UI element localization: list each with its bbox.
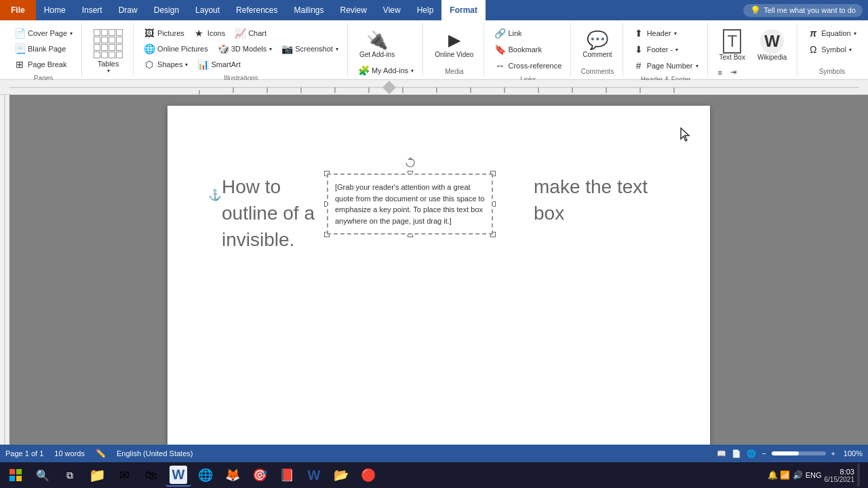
- blank-page-button[interactable]: 📃 Blank Page: [11, 41, 76, 56]
- symbol-button[interactable]: Ω Symbol ▾: [804, 42, 855, 57]
- taskbar-edge[interactable]: 🌐: [193, 464, 218, 487]
- status-right-controls: 📖 📄 🌐 − + 100%: [717, 449, 863, 458]
- online-pictures-icon: 🌐: [144, 43, 155, 54]
- system-icons[interactable]: 🔔 📶 🔊: [768, 470, 803, 480]
- illustrations-content: 🖼 Pictures ★ Icons 📈 Chart 🌐 Online Pict…: [140, 24, 342, 73]
- svg-rect-24: [16, 469, 22, 474]
- page-break-button[interactable]: ⊞ Page Break: [11, 57, 76, 72]
- tab-design[interactable]: Design: [146, 0, 187, 20]
- symbol-icon: Ω: [808, 44, 818, 55]
- print-layout-icon[interactable]: 📄: [732, 449, 741, 458]
- clock-area[interactable]: 8:03 6/15/2021: [825, 468, 855, 483]
- edge-icon: 🌐: [198, 468, 213, 483]
- taskbar-explorer[interactable]: 📁: [84, 464, 110, 487]
- taskbar-firefox[interactable]: 🦊: [220, 464, 245, 487]
- bookmark-button[interactable]: 🔖 Bookmark: [491, 42, 545, 57]
- table-button[interactable]: Tables ▾: [89, 26, 127, 77]
- pictures-button[interactable]: 🖼 Pictures: [140, 26, 188, 41]
- equation-dropdown-icon: ▾: [854, 30, 856, 37]
- taskbar-files[interactable]: 📂: [328, 464, 354, 487]
- tab-mailings[interactable]: Mailings: [285, 0, 332, 20]
- tab-insert[interactable]: Insert: [74, 0, 111, 20]
- comment-button[interactable]: 💬 Comment: [578, 26, 616, 62]
- icons-button[interactable]: ★ Icons: [191, 26, 229, 41]
- file-tab[interactable]: File: [0, 0, 36, 20]
- tab-layout[interactable]: Layout: [187, 0, 228, 20]
- link-button[interactable]: 🔗 Link: [491, 26, 525, 41]
- language-flag: ENG: [806, 471, 822, 479]
- group-links: 🔗 Link 🔖 Bookmark ↔ Cross-reference Link…: [486, 23, 571, 77]
- taskbar-word2[interactable]: W: [301, 464, 327, 487]
- online-pictures-button[interactable]: 🌐 Online Pictures: [140, 41, 212, 56]
- tab-review[interactable]: Review: [332, 0, 375, 20]
- my-addins-button[interactable]: 🧩 My Add-ins ▾: [355, 63, 417, 78]
- group-header-footer: ⬆ Header ▾ ⬇ Footer - ▾ # Page Number ▾ …: [625, 23, 708, 77]
- header-button[interactable]: ⬆ Header ▾: [630, 26, 680, 41]
- 3d-models-button[interactable]: 🎲 3D Models ▾: [214, 41, 276, 56]
- taskbar-store[interactable]: 🛍: [138, 464, 164, 487]
- zoom-in-icon[interactable]: +: [831, 449, 835, 458]
- taskbar-pdf[interactable]: 📕: [274, 464, 300, 487]
- text-box-content[interactable]: [Grab your reader's attention with a gre…: [327, 174, 493, 235]
- shapes-dropdown-icon: ▾: [185, 62, 188, 68]
- get-addins-button[interactable]: 🔌 Get Add-ins: [355, 26, 399, 62]
- task-view-button[interactable]: ⧉: [57, 464, 83, 487]
- online-video-button[interactable]: ▶ Online Video: [430, 26, 478, 62]
- pictures-icon: 🖼: [144, 28, 155, 39]
- taskbar-app6[interactable]: 🔴: [355, 464, 381, 487]
- proofing-icon[interactable]: ✏️: [96, 449, 106, 458]
- indent-button[interactable]: ⇥: [727, 66, 740, 79]
- tab-references[interactable]: References: [228, 0, 285, 20]
- comments-label: Comments: [578, 66, 616, 75]
- text-box-button[interactable]: T Text Box: [715, 26, 750, 64]
- body-text-right: make the text box: [534, 174, 656, 226]
- tab-view[interactable]: View: [375, 0, 409, 20]
- document-area[interactable]: ⚓ How to outline of a invisible. make th…: [9, 95, 868, 445]
- group-comments: 💬 Comment Comments: [572, 23, 623, 77]
- web-layout-icon[interactable]: 🌐: [747, 449, 756, 458]
- equation-button[interactable]: π Equation ▾: [804, 26, 859, 41]
- page-content-wrapper: ⚓ How to outline of a invisible. make th…: [222, 146, 656, 431]
- symbol-dropdown-icon: ▾: [849, 47, 852, 53]
- page-number-button[interactable]: # Page Number ▾: [630, 58, 702, 73]
- shapes-button[interactable]: ⬡ Shapes ▾: [140, 57, 191, 72]
- wikipedia-button[interactable]: W Wikipedia: [753, 26, 791, 64]
- word2-icon: W: [308, 468, 321, 483]
- tab-draw[interactable]: Draw: [111, 0, 146, 20]
- link-icon: 🔗: [494, 28, 505, 39]
- footer-button[interactable]: ⬇ Footer - ▾: [630, 42, 682, 57]
- rotate-handle[interactable]: [405, 157, 416, 168]
- taskbar-app5[interactable]: 🎯: [247, 464, 273, 487]
- tab-help[interactable]: Help: [409, 0, 442, 20]
- start-button[interactable]: [3, 464, 28, 487]
- 3d-models-icon: 🎲: [218, 43, 229, 54]
- tab-home[interactable]: Home: [36, 0, 74, 20]
- language-indicator[interactable]: English (United States): [117, 449, 193, 458]
- rotate-icon: [405, 157, 416, 168]
- chart-button[interactable]: 📈 Chart: [231, 26, 270, 41]
- cross-reference-button[interactable]: ↔ Cross-reference: [491, 58, 565, 73]
- zoom-out-icon[interactable]: −: [762, 449, 766, 458]
- taskbar-word[interactable]: W: [165, 464, 191, 487]
- bookmark-icon: 🔖: [494, 44, 505, 55]
- search-button[interactable]: 🔍: [30, 464, 56, 487]
- cover-page-button[interactable]: 📄 Cover Page ▾: [11, 26, 76, 41]
- app6-icon: 🔴: [361, 468, 376, 483]
- text-box-selected[interactable]: [Grab your reader's attention with a gre…: [327, 174, 493, 235]
- align-left-button[interactable]: ≡: [715, 66, 726, 79]
- zoom-slider[interactable]: [772, 451, 826, 455]
- screenshot-button[interactable]: 📷 Screenshot ▾: [278, 41, 342, 56]
- group-pages: 📄 Cover Page ▾ 📃 Blank Page ⊞ Page Break…: [5, 23, 82, 77]
- taskbar-mail[interactable]: ✉: [111, 464, 137, 487]
- vertical-ruler-svg: [0, 95, 9, 488]
- firefox-icon: 🦊: [225, 468, 240, 483]
- main-area: ⚓ How to outline of a invisible. make th…: [0, 95, 868, 445]
- chart-icon: 📈: [235, 28, 245, 39]
- tab-format[interactable]: Format: [441, 0, 486, 20]
- show-desktop-btn[interactable]: [857, 464, 860, 487]
- smartart-button[interactable]: 📊 SmartArt: [194, 57, 243, 72]
- tell-me-input[interactable]: 💡 Tell me what you want to do: [743, 4, 863, 17]
- read-mode-icon[interactable]: 📖: [717, 449, 726, 458]
- zoom-level[interactable]: 100%: [841, 449, 863, 458]
- mail-icon: ✉: [119, 468, 130, 483]
